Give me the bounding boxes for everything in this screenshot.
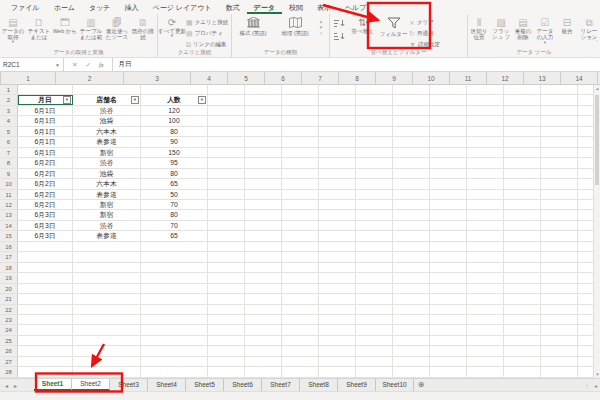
column-header-12[interactable]: 12 bbox=[487, 72, 524, 84]
remove-duplicates-button[interactable]: ▤ 重複の削除 bbox=[512, 15, 534, 50]
cell-R28C8[interactable] bbox=[356, 367, 393, 376]
cell-R25C11[interactable] bbox=[467, 336, 504, 345]
cell-R26C1[interactable] bbox=[18, 346, 73, 355]
cell-R23C4[interactable] bbox=[208, 315, 245, 324]
row-header-18[interactable]: 18 bbox=[0, 263, 18, 272]
sort-ascending-button[interactable] bbox=[332, 17, 346, 30]
name-box-dropdown-icon[interactable]: ▼ bbox=[55, 62, 60, 68]
cell-R11C2[interactable]: 表参道 bbox=[73, 190, 141, 199]
cell-R15C10[interactable] bbox=[430, 231, 467, 240]
cell-R2C7[interactable] bbox=[319, 95, 356, 104]
cell-R8C1[interactable]: 6月2日 bbox=[18, 158, 73, 167]
cell-R1C10[interactable] bbox=[430, 85, 467, 94]
cell-R23C10[interactable] bbox=[430, 315, 467, 324]
cell-R6C11[interactable] bbox=[467, 137, 504, 146]
from-text-csv-button[interactable]: 🗋 テキストまたは CSV から bbox=[26, 15, 52, 50]
cell-R19C12[interactable] bbox=[504, 273, 541, 282]
cell-R27C5[interactable] bbox=[245, 357, 282, 366]
cell-R12C2[interactable]: 新宿 bbox=[73, 200, 141, 209]
sheet-tab-Sheet10[interactable]: Sheet10 bbox=[376, 379, 414, 391]
cell-R24C1[interactable] bbox=[18, 325, 73, 334]
cell-R11C11[interactable] bbox=[467, 190, 504, 199]
cell-R4C7[interactable] bbox=[319, 116, 356, 125]
cell-R28C1[interactable] bbox=[18, 367, 73, 376]
select-all-corner[interactable] bbox=[0, 72, 1, 85]
cell-R12C5[interactable] bbox=[245, 200, 282, 209]
clear-filter-button[interactable]: ⨯ クリア bbox=[409, 17, 440, 28]
cell-R20C1[interactable] bbox=[18, 284, 73, 293]
column-header-3[interactable]: 3 bbox=[124, 72, 191, 84]
cell-R2C1[interactable]: 月日▾ bbox=[18, 95, 73, 104]
cell-R24C6[interactable] bbox=[282, 325, 319, 334]
cell-R16C13[interactable] bbox=[541, 242, 578, 251]
cell-R25C8[interactable] bbox=[356, 336, 393, 345]
cell-R25C5[interactable] bbox=[245, 336, 282, 345]
cell-R14C5[interactable] bbox=[245, 221, 282, 230]
cell-R23C5[interactable] bbox=[245, 315, 282, 324]
cell-R8C7[interactable] bbox=[319, 158, 356, 167]
cell-R15C9[interactable] bbox=[393, 231, 430, 240]
cell-R6C10[interactable] bbox=[430, 137, 467, 146]
cell-R2C8[interactable] bbox=[356, 95, 393, 104]
sheet-tab-Sheet6[interactable]: Sheet6 bbox=[224, 379, 262, 391]
cell-R9C5[interactable] bbox=[245, 169, 282, 178]
cell-R20C7[interactable] bbox=[319, 284, 356, 293]
name-box[interactable]: R2C1 ▼ bbox=[0, 58, 64, 72]
cell-R14C3[interactable]: 70 bbox=[141, 221, 208, 230]
cell-R26C4[interactable] bbox=[208, 346, 245, 355]
cell-R26C10[interactable] bbox=[430, 346, 467, 355]
cell-R25C10[interactable] bbox=[430, 336, 467, 345]
cell-R8C5[interactable] bbox=[245, 158, 282, 167]
column-header-10[interactable]: 10 bbox=[413, 72, 450, 84]
cell-R28C2[interactable] bbox=[73, 367, 141, 376]
cell-R3C9[interactable] bbox=[393, 106, 430, 115]
cell-R4C12[interactable] bbox=[504, 116, 541, 125]
cell-R1C3[interactable] bbox=[141, 85, 208, 94]
cell-R20C8[interactable] bbox=[356, 284, 393, 293]
sheetbar-splitter-icon[interactable]: ⋮ bbox=[584, 382, 590, 389]
row-header-11[interactable]: 11 bbox=[0, 190, 18, 199]
cell-R13C10[interactable] bbox=[430, 210, 467, 219]
cell-R24C7[interactable] bbox=[319, 325, 356, 334]
confirm-entry-icon[interactable]: ✓ bbox=[81, 61, 94, 69]
cell-R17C1[interactable] bbox=[18, 252, 73, 261]
cell-R13C11[interactable] bbox=[467, 210, 504, 219]
cell-R18C2[interactable] bbox=[73, 263, 141, 272]
cell-R26C13[interactable] bbox=[541, 346, 578, 355]
cell-R1C9[interactable] bbox=[393, 85, 430, 94]
cell-R15C4[interactable] bbox=[208, 231, 245, 240]
column-header-5[interactable]: 5 bbox=[228, 72, 265, 84]
cell-R28C4[interactable] bbox=[208, 367, 245, 376]
cell-R19C3[interactable] bbox=[141, 273, 208, 282]
cell-R24C10[interactable] bbox=[430, 325, 467, 334]
cell-R10C10[interactable] bbox=[430, 179, 467, 188]
cell-R9C9[interactable] bbox=[393, 169, 430, 178]
cell-R2C9[interactable] bbox=[393, 95, 430, 104]
vertical-scrollbar[interactable]: ▲ ▼ bbox=[593, 85, 600, 378]
cell-R14C2[interactable]: 渋谷 bbox=[73, 221, 141, 230]
cell-R8C4[interactable] bbox=[208, 158, 245, 167]
cell-R19C6[interactable] bbox=[282, 273, 319, 282]
cell-R5C10[interactable] bbox=[430, 127, 467, 136]
cell-R7C6[interactable] bbox=[282, 148, 319, 157]
cell-R14C13[interactable] bbox=[541, 221, 578, 230]
cell-R4C2[interactable]: 池袋 bbox=[73, 116, 141, 125]
sheet-tab-Sheet7[interactable]: Sheet7 bbox=[262, 379, 300, 391]
cell-R16C8[interactable] bbox=[356, 242, 393, 251]
cell-R18C13[interactable] bbox=[541, 263, 578, 272]
row-header-1[interactable]: 1 bbox=[0, 85, 18, 94]
cell-R27C12[interactable] bbox=[504, 357, 541, 366]
cell-R16C10[interactable] bbox=[430, 242, 467, 251]
cell-R6C6[interactable] bbox=[282, 137, 319, 146]
from-web-button[interactable]: 🗔 Web から bbox=[52, 15, 78, 50]
cell-R13C5[interactable] bbox=[245, 210, 282, 219]
sheet-nav-right-icon[interactable]: ▸ bbox=[14, 382, 17, 389]
cell-R11C5[interactable] bbox=[245, 190, 282, 199]
cell-R6C5[interactable] bbox=[245, 137, 282, 146]
column-header-4[interactable]: 4 bbox=[191, 72, 228, 84]
cell-R8C9[interactable] bbox=[393, 158, 430, 167]
cell-R10C4[interactable] bbox=[208, 179, 245, 188]
cell-R9C7[interactable] bbox=[319, 169, 356, 178]
cell-R25C2[interactable] bbox=[73, 336, 141, 345]
cell-R28C3[interactable] bbox=[141, 367, 208, 376]
